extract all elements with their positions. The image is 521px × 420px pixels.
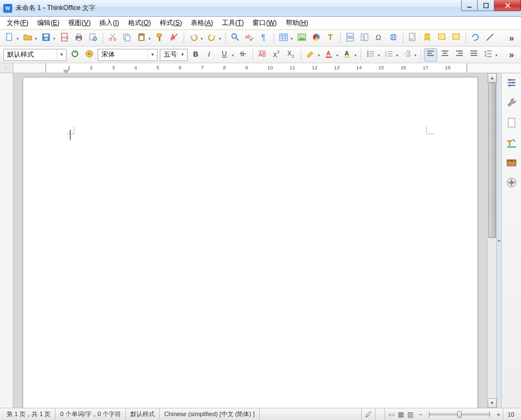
svg-rect-77 [344,57,350,58]
font-color-button[interactable]: A [322,48,336,62]
special-char-button[interactable]: § [358,32,371,45]
zoom-in-button[interactable]: + [494,411,502,418]
update-style-button[interactable] [68,48,82,62]
highlight-button[interactable] [304,48,317,62]
status-style[interactable]: 默认样式 [126,408,160,420]
line-button[interactable] [483,32,497,45]
menu-e[interactable]: 编辑(E) [33,17,64,29]
vertical-ruler[interactable] [0,73,13,408]
page[interactable] [23,78,477,408]
paragraph-style-combo[interactable]: 默认样式▼ [3,49,67,61]
status-language[interactable]: Chinese (simplified) [中文 (简体) ] [160,408,260,420]
clear-format-button[interactable]: A [168,32,181,45]
vertical-scrollbar[interactable]: ▲ ▼ [487,73,497,408]
font-size-combo[interactable]: 五号▼ [160,49,188,61]
spellcheck-button[interactable]: ab [243,32,256,45]
new-style-button[interactable] [83,48,96,62]
sidebar-properties-button[interactable] [504,77,519,91]
paste-button[interactable] [135,32,148,45]
align-left-button[interactable] [424,48,437,62]
toolbar-overflow-button[interactable]: » [505,48,518,62]
status-zoom-value[interactable]: 10 [503,408,519,420]
menu-i[interactable]: 插入(I) [95,17,123,29]
maximize-button[interactable] [478,0,494,11]
view-multi-icon[interactable]: ▦ [398,411,404,418]
table-button[interactable] [277,32,290,45]
strike-button[interactable]: S [236,48,250,62]
close-button[interactable] [494,0,521,11]
zoom-out-button[interactable]: − [417,411,424,418]
zoom-slider[interactable] [429,413,490,416]
sidebar-collapse-handle[interactable]: ▸ [497,73,501,408]
pilcrow-button[interactable]: ¶ [257,32,271,45]
omega-button[interactable]: Ω [372,32,386,45]
sidebar-gallery-button[interactable] [504,156,519,171]
sidebar-styles-button[interactable]: T [504,136,519,151]
comment-button[interactable] [449,32,463,45]
font-name-combo[interactable]: 宋体▼ [98,49,158,61]
menu-s[interactable]: 样式(S) [155,17,186,29]
toolbar-overflow-button[interactable]: » [505,32,518,45]
text-box-button[interactable]: T [324,32,337,45]
page-break-button[interactable] [343,32,357,45]
print-preview-button[interactable] [87,32,100,45]
status-page[interactable]: 第 1 页，共 1 页 [2,408,55,420]
underline-button[interactable]: U [218,48,231,62]
undo-button[interactable] [187,32,200,45]
chart-button[interactable] [310,32,323,45]
horizontal-ruler[interactable]: 123456789101112131415161718 [13,63,521,73]
redo-button[interactable] [205,32,219,45]
open-button[interactable] [21,32,34,45]
clone-format-button[interactable] [153,32,166,45]
align-center-button[interactable] [438,48,452,62]
status-view-icons[interactable]: ▭ ▦ ▥ [385,411,417,418]
align-right-button[interactable] [453,48,466,62]
sidebar-wrench-button[interactable] [504,97,519,111]
italic-button[interactable]: I [204,48,217,62]
menu-w[interactable]: 窗口(W) [248,17,281,29]
scroll-track[interactable] [488,83,497,398]
zoom-knob[interactable] [457,411,462,418]
find-button[interactable] [229,32,242,45]
status-wordcount[interactable]: 0 个单词/字，0 个字符 [55,408,125,420]
menu-a[interactable]: 表格(A) [186,17,217,29]
note-button[interactable] [435,32,448,45]
view-book-icon[interactable]: ▥ [407,411,413,418]
indent-marker[interactable] [63,67,69,71]
minimize-button[interactable] [461,0,478,11]
menu-h[interactable]: 帮助(H) [281,17,313,29]
align-justify-button[interactable] [467,48,480,62]
image-button[interactable] [295,32,308,45]
bold-button[interactable]: B [189,48,203,62]
overline-button[interactable]: AB [256,48,269,62]
bullets-button[interactable] [364,48,377,62]
numbering-button[interactable]: 123 [382,48,396,62]
footnote-button[interactable]: 1 [406,32,419,45]
scroll-down-button[interactable]: ▼ [488,398,497,408]
view-single-icon[interactable]: ▭ [388,411,394,418]
sidebar-navigator-button[interactable] [504,176,519,191]
status-signature-icon[interactable]: 🖊 [362,411,375,418]
print-button[interactable] [72,32,85,45]
menu-o[interactable]: 格式(O) [124,17,155,29]
bookmark-button[interactable] [421,32,434,45]
subscript-button[interactable]: X2 [285,48,298,62]
copy-button[interactable] [120,32,134,45]
line-spacing-button[interactable] [482,48,495,62]
scroll-up-button[interactable]: ▲ [488,73,497,83]
menu-v[interactable]: 视图(V) [64,17,95,29]
sidebar-page-button[interactable] [504,117,519,131]
hyperlink-button[interactable] [387,32,400,45]
menu-f[interactable]: 文件(F) [2,17,33,29]
save-button[interactable] [39,32,53,45]
outdent-button[interactable] [401,48,414,62]
superscript-button[interactable]: X2 [270,48,284,62]
export-pdf-button[interactable]: PDF [58,32,71,45]
new-doc-button[interactable] [3,32,16,45]
cut-button[interactable] [106,32,119,45]
menu-t[interactable]: 工具(T) [217,17,248,29]
char-bg-button[interactable]: A [341,48,354,62]
scroll-thumb[interactable] [488,83,496,238]
document-area[interactable] [13,73,487,408]
track-changes-button[interactable] [469,32,482,45]
